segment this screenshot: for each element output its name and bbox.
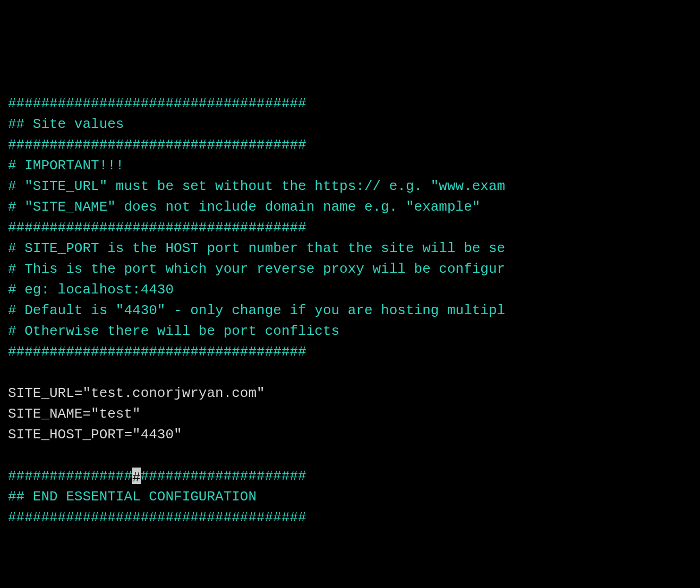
editor-line [8, 362, 692, 383]
editor-line: #################################### [8, 507, 692, 528]
editor-line: SITE_HOST_PORT="4430" [8, 425, 692, 445]
editor-line: # Default is "4430" - only change if you… [8, 300, 692, 321]
editor-line: # IMPORTANT!!! [8, 155, 692, 176]
text-after-cursor: #################### [141, 468, 306, 484]
text-before-cursor: ############### [8, 468, 132, 484]
editor-line: #################################### [8, 218, 692, 238]
editor-line [8, 445, 692, 466]
editor-line: # "SITE_URL" must be set without the htt… [8, 176, 692, 197]
editor-line: #################################### [8, 93, 692, 114]
editor-line: # eg: localhost:4430 [8, 280, 692, 300]
editor-line: SITE_URL="test.conorjwryan.com" [8, 383, 692, 404]
editor-line: ## END ESSENTIAL CONFIGURATION [8, 487, 692, 507]
text-cursor: # [132, 468, 141, 484]
editor-line: # This is the port which your reverse pr… [8, 259, 692, 280]
editor-line: #################################### [8, 135, 692, 155]
editor-line: # SITE_PORT is the HOST port number that… [8, 238, 692, 259]
editor-line: # "SITE_NAME" does not include domain na… [8, 197, 692, 218]
editor-line: # Otherwise there will be port conflicts [8, 321, 692, 342]
terminal-editor[interactable]: ###################################### S… [8, 93, 692, 528]
editor-line: SITE_NAME="test" [8, 404, 692, 425]
editor-line: ## Site values [8, 114, 692, 135]
editor-line: #################################### [8, 466, 692, 487]
editor-line: #################################### [8, 342, 692, 362]
